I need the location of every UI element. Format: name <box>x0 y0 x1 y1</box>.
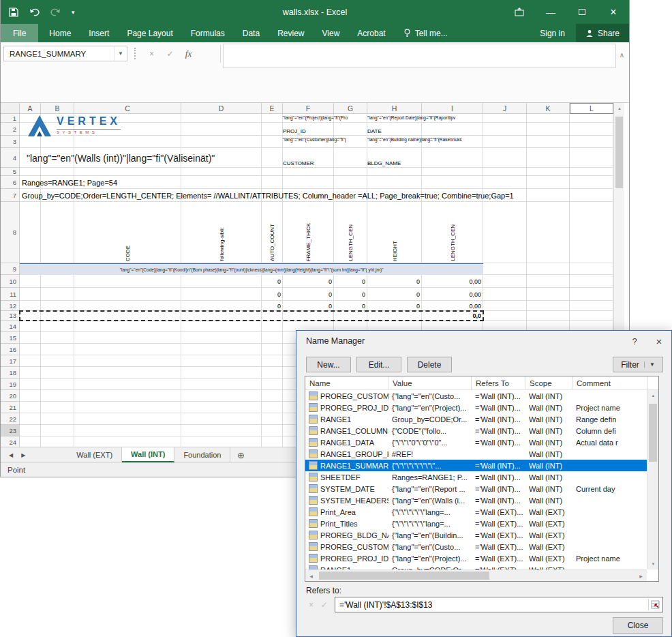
cell-L3[interactable] <box>570 136 613 148</box>
formula-input[interactable] <box>223 44 616 68</box>
row-header-13[interactable]: 13 <box>1 311 20 321</box>
sign-in-link[interactable]: Sign in <box>529 24 576 42</box>
cell-E3[interactable] <box>262 136 283 148</box>
cell-content-E8[interactable]: AUTO_COUNT <box>262 202 283 263</box>
range-picker-button[interactable] <box>648 599 661 610</box>
close-button-dialog[interactable]: Close <box>613 617 663 634</box>
cell-A18[interactable] <box>20 367 41 379</box>
new-sheet-button[interactable]: ⊕ <box>230 447 251 462</box>
cell-K6[interactable] <box>527 176 570 189</box>
cell-C13[interactable] <box>74 311 181 321</box>
name-manager-row[interactable]: RANGE1Group_by=CODE;Or...='Wall (EXT)...… <box>305 564 647 569</box>
cell-A3[interactable] <box>20 136 41 148</box>
cell-K3[interactable] <box>527 136 570 148</box>
cell-E23[interactable] <box>262 425 283 436</box>
name-manager-row[interactable]: PROREG_BLDG_NAME{"lang"="en"(Buildin...=… <box>305 529 647 541</box>
name-box[interactable]: RANGE1_SUMMARY ▼ <box>3 46 127 61</box>
cell-B18[interactable] <box>41 367 74 379</box>
name-manager-row[interactable]: PROREG_CUSTOMER{"lang"="en"(Custo...='Wa… <box>305 390 647 402</box>
cell-B13[interactable] <box>41 311 74 321</box>
cell-J4[interactable] <box>483 148 527 168</box>
list-vertical-scroll-thumb[interactable] <box>649 404 657 462</box>
cell-content-D8[interactable]: following-sibli: <box>181 202 262 263</box>
cell-I2[interactable] <box>422 123 483 136</box>
name-manager-row[interactable]: RANGE1Group_by=CODE;Or...='Wall (INT)...… <box>305 413 647 425</box>
cell-E2[interactable] <box>262 123 283 136</box>
cell-F5[interactable] <box>283 168 334 176</box>
cell-A10[interactable] <box>20 275 41 288</box>
cell-content-F3[interactable]: "lang"="en"(Customer)|lang="fi"( <box>283 136 367 148</box>
dialog-help-button[interactable]: ? <box>622 331 647 351</box>
cell-J2[interactable] <box>483 123 527 136</box>
cell-A13[interactable] <box>20 311 41 321</box>
column-header-L[interactable]: L <box>570 103 613 114</box>
cell-K13[interactable] <box>527 311 570 321</box>
row-header-16[interactable]: 16 <box>1 344 20 355</box>
cell-A20[interactable] <box>20 390 41 402</box>
nm-column-header-refers-to[interactable]: Refers To <box>472 376 525 389</box>
column-header-H[interactable]: H <box>367 103 422 114</box>
cell-J1[interactable] <box>483 114 527 123</box>
cell-C10[interactable] <box>74 275 181 288</box>
cell-K2[interactable] <box>527 123 570 136</box>
nm-column-header-scope[interactable]: Scope <box>525 376 572 389</box>
cell-C22[interactable] <box>74 413 181 425</box>
cell-content-A4[interactable]: "lang"="en"(Walls (int))"|lang="fi"(Väli… <box>20 148 283 168</box>
save-button[interactable] <box>9 8 18 17</box>
ribbon-display-options-button[interactable] <box>504 0 535 24</box>
select-all-button[interactable] <box>1 103 20 114</box>
column-header-B[interactable]: B <box>41 103 74 114</box>
cell-content-H11[interactable]: 0 <box>367 288 422 301</box>
row-header-15[interactable]: 15 <box>1 332 20 344</box>
cell-A11[interactable] <box>20 288 41 301</box>
row-header-5[interactable]: 5 <box>1 168 20 176</box>
sheet-tab-wall-ext-[interactable]: Wall (EXT) <box>67 447 122 462</box>
sheet-tab-wall-int-[interactable]: Wall (INT) <box>122 447 174 462</box>
column-header-E[interactable]: E <box>262 103 283 114</box>
nm-column-header-name[interactable]: Name <box>305 376 388 389</box>
cell-G6[interactable] <box>334 176 367 189</box>
cell-E17[interactable] <box>262 355 283 367</box>
list-scroll-left-icon[interactable]: ◀ <box>305 570 317 581</box>
cell-D2[interactable] <box>181 123 262 136</box>
close-button[interactable]: × <box>598 0 629 24</box>
delete-button[interactable]: Delete <box>407 357 452 372</box>
row-header-4[interactable]: 4 <box>1 148 20 168</box>
cell-D10[interactable] <box>181 275 262 288</box>
cell-L5[interactable] <box>570 168 613 176</box>
cell-D17[interactable] <box>181 355 262 367</box>
cell-content-E12[interactable]: 0 <box>262 301 283 311</box>
name-manager-row[interactable]: PROREG_PROJ_ID{"lang"="en"(Project)...='… <box>305 402 647 413</box>
name-manager-row[interactable]: SYSTEM_HEADERS{"lang"="en"(Walls (i...='… <box>305 494 647 506</box>
cell-J5[interactable] <box>483 168 527 176</box>
refers-enter-icon[interactable]: ✓ <box>318 598 331 611</box>
cell-content-G8[interactable]: LENGTH_CEN <box>334 202 367 263</box>
edit-button[interactable]: Edit... <box>356 357 401 372</box>
cell-A23[interactable] <box>20 425 41 436</box>
cell-content-H2[interactable]: DATE <box>367 123 422 136</box>
cell-A14[interactable] <box>20 321 41 332</box>
ribbon-tab-file[interactable]: File <box>1 24 38 42</box>
cell-C19[interactable] <box>74 379 181 390</box>
cell-D14[interactable] <box>181 321 262 332</box>
cell-K4[interactable] <box>527 148 570 168</box>
cell-C20[interactable] <box>74 390 181 402</box>
cell-C14[interactable] <box>74 321 181 332</box>
cell-content-F12[interactable]: 0 <box>283 301 334 311</box>
insert-function-button[interactable]: fx <box>179 46 198 61</box>
cell-D1[interactable] <box>181 114 262 123</box>
share-button[interactable]: Share <box>576 24 629 42</box>
cell-K12[interactable] <box>527 301 570 311</box>
cell-B21[interactable] <box>41 402 74 413</box>
cell-C18[interactable] <box>74 367 181 379</box>
column-header-C[interactable]: C <box>74 103 181 114</box>
nm-column-header-value[interactable]: Value <box>388 376 472 389</box>
cell-B3[interactable] <box>41 136 74 148</box>
cell-D15[interactable] <box>181 332 262 344</box>
cell-E14[interactable] <box>262 321 283 332</box>
name-box-dropdown-icon[interactable]: ▼ <box>114 46 127 61</box>
cell-E22[interactable] <box>262 413 283 425</box>
cell-C12[interactable] <box>74 301 181 311</box>
cell-L13[interactable] <box>570 311 613 321</box>
sheet-tab-foundation[interactable]: Foundation <box>174 447 230 462</box>
